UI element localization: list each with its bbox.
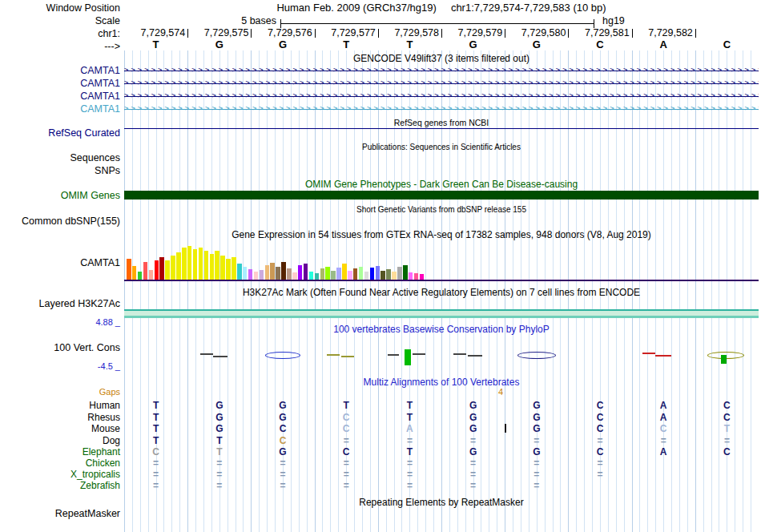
gtex-bar [138,272,143,280]
align-cell: = [467,457,480,469]
gtex-bar [237,264,242,280]
gtex-bar [193,249,198,280]
refseq-gene-line[interactable] [124,128,759,129]
species-label[interactable]: Human [89,400,120,411]
species-label[interactable]: Rhesus [87,412,120,423]
gtex-bar [215,251,219,280]
align-cell: = [340,480,352,491]
gencode-item-line[interactable]: >>>>>>>>>>>>>>>>>>>>>>>>>>>>>>>>>>>>>>>>… [124,66,759,75]
gencode-item-label[interactable]: CAMTA1 [80,91,120,102]
align-cell: = [403,480,416,491]
reference-base: T [403,38,416,50]
align-cell: T [150,400,163,411]
repeatmasker-track-label[interactable]: RepeatMasker [55,508,120,519]
gtex-bar [199,248,203,280]
ruler-number: 7,729,579 [458,27,503,38]
reference-base: G [276,38,289,50]
strand-direction-arrows: >>>>>>>>>>>>>>>>>>>>>>>>>>>>>>>>>>>>>>>>… [124,79,759,88]
gtex-bar [248,269,253,280]
align-cell: G [467,446,480,457]
ruler-number: 7,729,578 [394,27,439,38]
gtex-bar [342,264,347,280]
gtex-track-label[interactable]: CAMTA1 [80,257,120,268]
align-cell: G [467,400,480,411]
gtex-bar [353,268,358,280]
gencode-item-line[interactable]: >>>>>>>>>>>>>>>>>>>>>>>>>>>>>>>>>>>>>>>>… [124,91,759,101]
ruler-tick [315,29,316,38]
omim-track-label[interactable]: OMIM Genes [61,190,120,201]
reference-base: G [213,38,226,50]
gencode-item-label[interactable]: CAMTA1 [80,103,120,115]
species-label[interactable]: Dog [103,435,120,446]
ruler-tick [505,29,505,38]
gtex-bar [254,272,259,280]
h3k27ac-signal-band[interactable] [124,309,759,318]
ruler-number: 7,729,575 [204,27,249,38]
align-cell: G [213,412,226,423]
gtex-bar [127,259,131,280]
phylop-mark-ellipse [265,352,300,359]
gaps-row-label[interactable]: Gaps [99,387,120,397]
species-label[interactable]: Mouse [91,423,120,434]
gencode-item-label[interactable]: CAMTA1 [80,65,120,76]
align-cell: T [403,400,416,411]
align-cell: C [720,412,733,423]
gtex-bar [320,268,325,280]
align-cell: = [213,480,226,491]
gtex-bar [204,251,209,280]
snps-track-label[interactable]: SNPs [95,165,120,176]
align-cell: A [657,446,670,457]
align-cell: T [150,423,163,434]
gtex-bar [243,267,248,280]
gencode-item-line[interactable]: >>>>>>>>>>>>>>>>>>>>>>>>>>>>>>>>>>>>>>>>… [124,104,759,114]
species-label[interactable]: Elephant [83,446,120,457]
species-label[interactable]: X_tropicalis [70,469,120,480]
phylop-mark-dash [200,353,213,355]
gap-size-annotation: 4 [498,387,503,397]
gtex-bar [287,268,292,280]
h3k27ac-title: H3K27Ac Mark (Often Found Near Active Re… [124,287,759,298]
genome-label: hg19 [602,15,625,26]
align-cell: = [530,457,543,469]
align-cell: T [213,435,226,446]
omim-gene-bar[interactable] [124,191,759,200]
species-label[interactable]: Zebrafish [80,480,120,491]
ruler-number: 7,729,582 [648,27,693,38]
gtex-bar [176,252,181,280]
window-position-label: Window Position [46,2,120,14]
refseq-track-label[interactable]: RefSeq Curated [48,127,120,139]
dbsnp-track-label[interactable]: Common dbSNP(155) [22,216,120,227]
phylop-mark-dash [453,353,466,355]
align-cell: T [720,423,733,434]
gencode-item-label[interactable]: CAMTA1 [80,78,120,89]
ruler-tick [695,29,696,38]
align-cell: T [213,446,226,457]
gtex-bar [370,268,375,280]
ruler-number: 7,729,577 [331,27,376,38]
gencode-item-line[interactable]: >>>>>>>>>>>>>>>>>>>>>>>>>>>>>>>>>>>>>>>>… [124,79,759,88]
ruler-number: 7,729,574 [141,27,186,38]
gtex-bar [187,246,192,280]
reference-base: C [720,38,733,50]
phylop-mark-dash [642,353,655,354]
align-cell: = [467,435,480,446]
species-label[interactable]: Chicken [86,457,120,469]
align-cell: T [403,446,416,457]
gtex-bar [397,267,402,280]
gtex-bar [380,271,385,280]
align-cell: C [150,446,163,457]
align-cell: C [594,400,606,411]
align-cell: G [213,400,226,411]
reference-base: G [467,38,480,50]
align-cell: T [403,412,416,423]
publications-track-label[interactable]: Sequences [70,152,120,163]
align-cell: G [530,423,543,434]
gtex-bar [159,257,164,280]
gtex-bar [143,262,148,280]
align-cell: = [276,457,289,469]
gtex-bar [420,274,425,280]
phylop-mark-bar [405,349,411,365]
phylop-track-label[interactable]: 100 Vert. Cons [54,342,120,353]
h3k27ac-track-label[interactable]: Layered H3K27Ac [39,298,120,309]
window-position-value: chr1:7,729,574-7,729,583 (10 bp) [451,2,606,14]
